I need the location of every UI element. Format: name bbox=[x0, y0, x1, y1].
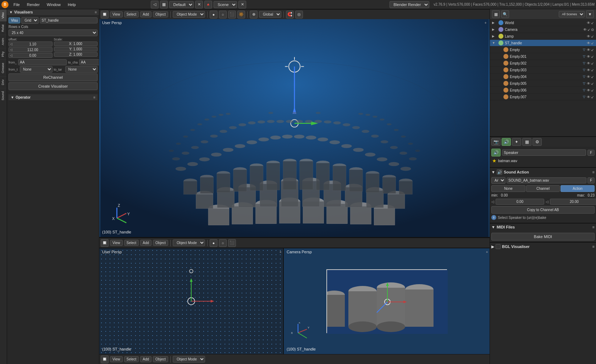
left-tab-driv[interactable]: Driv bbox=[0, 76, 7, 88]
add-menu-btn[interactable]: Add bbox=[140, 11, 151, 17]
outliner-item-lamp[interactable]: ▶ Lamp 👁 ↙ bbox=[490, 33, 596, 40]
empty004-eye-btn[interactable]: 👁 bbox=[587, 75, 590, 79]
outliner-search-btn[interactable]: 🔍 bbox=[501, 10, 509, 18]
empty002-cursor-btn[interactable]: ↙ bbox=[591, 61, 594, 65]
range-end-input[interactable] bbox=[550, 199, 596, 205]
outliner-item-empty002[interactable]: Empty.002 ▽ 👁 ↙ bbox=[490, 60, 596, 67]
empty-eye-btn[interactable]: 👁 bbox=[587, 48, 590, 52]
outliner-item-empty004[interactable]: Empty.004 ▽ 👁 ↙ bbox=[490, 73, 596, 80]
pivot-btn[interactable]: ⊕ bbox=[250, 11, 258, 18]
camera-cursor-btn[interactable]: ↙ bbox=[587, 28, 590, 32]
outliner-item-empty006[interactable]: Empty.006 ▽ 👁 ↙ bbox=[490, 87, 596, 94]
operator-options-btn[interactable]: ≡ bbox=[93, 95, 95, 99]
workspace-next-btn[interactable]: ✕ bbox=[195, 1, 203, 9]
world-cursor-btn[interactable]: ↙ bbox=[591, 21, 594, 25]
global-local-select[interactable]: Global bbox=[259, 11, 281, 18]
empty-cursor-btn[interactable]: ↙ bbox=[591, 48, 594, 52]
bgl-checkbox[interactable] bbox=[496, 244, 501, 249]
offset-z-dec-btn[interactable]: ◁ bbox=[9, 53, 13, 57]
select-menu-btn[interactable]: Select bbox=[124, 11, 139, 17]
bottom-mode-select[interactable]: Object Mode bbox=[173, 239, 205, 246]
props-render-btn[interactable]: 📷 bbox=[491, 138, 501, 146]
empty005-eye-btn[interactable]: 👁 bbox=[587, 82, 590, 86]
render-engine-dropdown[interactable]: Blender Render bbox=[390, 1, 429, 8]
bgl-expand-btn[interactable]: ≡ bbox=[592, 244, 595, 249]
visualisers-collapse-arrow[interactable]: ▼ bbox=[9, 10, 13, 14]
proportional-btn[interactable]: ◎ bbox=[295, 11, 303, 18]
lamp-cursor-btn[interactable]: ↙ bbox=[591, 34, 594, 38]
empty007-cursor-btn[interactable]: ↙ bbox=[591, 95, 594, 99]
sthandle-expand-arrow[interactable]: ▼ bbox=[492, 41, 497, 45]
viewport-icon-btn[interactable]: 🔲 bbox=[101, 11, 109, 18]
action-tab-action[interactable]: Action bbox=[561, 185, 595, 192]
br-object-btn[interactable]: Object bbox=[153, 356, 168, 362]
outliner-item-sthandle[interactable]: ▼ ST_handle 👁 ↙ bbox=[490, 40, 596, 46]
lamp-expand-arrow[interactable]: ▶ bbox=[492, 34, 497, 38]
props-particles-btn[interactable]: ✦ bbox=[512, 138, 521, 146]
props-sound-btn[interactable]: 🔊 bbox=[502, 138, 511, 146]
workspace-dropdown[interactable]: Default bbox=[169, 1, 194, 8]
bottom-solid-btn[interactable]: ● bbox=[210, 239, 217, 247]
visu-name-input[interactable] bbox=[40, 17, 98, 23]
range-start-input[interactable] bbox=[496, 199, 544, 205]
bottom-viewport-icon-btn[interactable]: 🔲 bbox=[101, 239, 109, 247]
left-tab-phy[interactable]: Phy bbox=[0, 48, 7, 60]
camera-expand-arrow[interactable]: ▶ bbox=[492, 28, 497, 31]
sound-action-expand-btn[interactable]: ≡ bbox=[592, 170, 595, 174]
outliner-item-empty005[interactable]: Empty.005 ▽ 👁 ↙ bbox=[490, 80, 596, 87]
from-t-select[interactable]: None bbox=[20, 66, 53, 73]
lamp-eye-btn[interactable]: 👁 bbox=[587, 34, 590, 38]
empty001-eye-btn[interactable]: 👁 bbox=[587, 55, 590, 59]
scene-dropdown[interactable]: Scene bbox=[214, 1, 237, 8]
action-aa-select[interactable]: AA bbox=[491, 177, 506, 184]
midi-collapse-arrow[interactable]: ▼ bbox=[491, 225, 495, 229]
props-extra-btn[interactable]: ⚙ bbox=[532, 138, 542, 146]
object-mode-select[interactable]: Object Mode bbox=[173, 11, 205, 18]
speaker-sound-icon-btn[interactable]: 🔊 bbox=[491, 149, 501, 156]
viewport-rendered-btn[interactable]: 🔆 bbox=[237, 11, 245, 18]
snap-btn[interactable]: 🧲 bbox=[286, 11, 294, 18]
midi-expand-btn[interactable]: ≡ bbox=[592, 225, 595, 229]
offset-y-dec-btn[interactable]: ◁ bbox=[9, 48, 13, 52]
br-select-btn[interactable]: Select bbox=[124, 356, 139, 362]
bottom-wire-btn[interactable]: ○ bbox=[219, 239, 227, 247]
outliner-filter-btn[interactable]: ▼ bbox=[586, 10, 594, 18]
empty005-cursor-btn[interactable]: ↙ bbox=[591, 82, 594, 86]
bottom-view-btn[interactable]: View bbox=[110, 240, 123, 246]
visu-mode-btn[interactable]: Visu bbox=[9, 17, 20, 23]
br-add-btn[interactable]: Add bbox=[140, 356, 151, 362]
world-eye-btn[interactable]: 👁 bbox=[587, 21, 590, 25]
bottom-select-btn[interactable]: Select bbox=[124, 240, 139, 246]
outliner-item-empty007[interactable]: Empty.007 ▽ 👁 ↙ bbox=[490, 94, 596, 100]
range-start-dec-btn[interactable]: ◁ bbox=[491, 200, 494, 204]
to-cha-input[interactable] bbox=[79, 59, 99, 65]
outliner-item-empty003[interactable]: Empty.003 ▽ 👁 ↙ bbox=[490, 67, 596, 73]
world-expand-arrow[interactable]: ▶ bbox=[492, 21, 497, 24]
visualisers-options-btn[interactable]: ≡ bbox=[95, 10, 97, 14]
workspace-prev-btn[interactable]: ◁ bbox=[151, 1, 159, 9]
range-end-dec-btn[interactable]: ◁ bbox=[546, 200, 548, 204]
bgl-collapse-arrow[interactable]: ▶ bbox=[491, 244, 494, 249]
from-cha-input[interactable] bbox=[18, 59, 67, 65]
operator-collapse-arrow[interactable]: ▼ bbox=[11, 95, 14, 99]
scenes-dropdown[interactable]: All Scenes bbox=[559, 11, 585, 17]
copy-to-channel-btn[interactable]: Copy to Channel AB bbox=[491, 206, 595, 214]
left-tab-visu[interactable]: Visu bbox=[0, 9, 7, 21]
rechannel-btn[interactable]: ReChannel bbox=[9, 73, 98, 81]
empty004-cursor-btn[interactable]: ↙ bbox=[591, 75, 594, 79]
empty006-cursor-btn[interactable]: ↙ bbox=[591, 88, 594, 92]
left-tab-anim[interactable]: Anim bbox=[0, 35, 7, 48]
viewport-wire-btn[interactable]: ○ bbox=[219, 11, 227, 18]
object-menu-btn[interactable]: Object bbox=[153, 11, 168, 17]
viewport-texture-btn[interactable]: ⬛ bbox=[228, 11, 236, 18]
outliner-mode-btn[interactable]: ▦ bbox=[492, 10, 500, 18]
sthandle-eye-btn[interactable]: 👁 bbox=[587, 41, 590, 45]
empty006-eye-btn[interactable]: 👁 bbox=[587, 88, 590, 92]
bake-midi-btn[interactable]: Bake MIDI bbox=[491, 233, 595, 241]
empty003-eye-btn[interactable]: 👁 bbox=[587, 68, 590, 72]
sound-action-collapse-arrow[interactable]: ▼ bbox=[491, 170, 495, 174]
left-tab-relat[interactable]: Relat bbox=[0, 21, 7, 35]
left-tab-grease[interactable]: Grease bbox=[0, 60, 7, 76]
outliner-item-empty001[interactable]: Empty.001 ▽ 👁 ↙ bbox=[490, 53, 596, 60]
bottom-add-btn[interactable]: Add bbox=[140, 240, 151, 246]
